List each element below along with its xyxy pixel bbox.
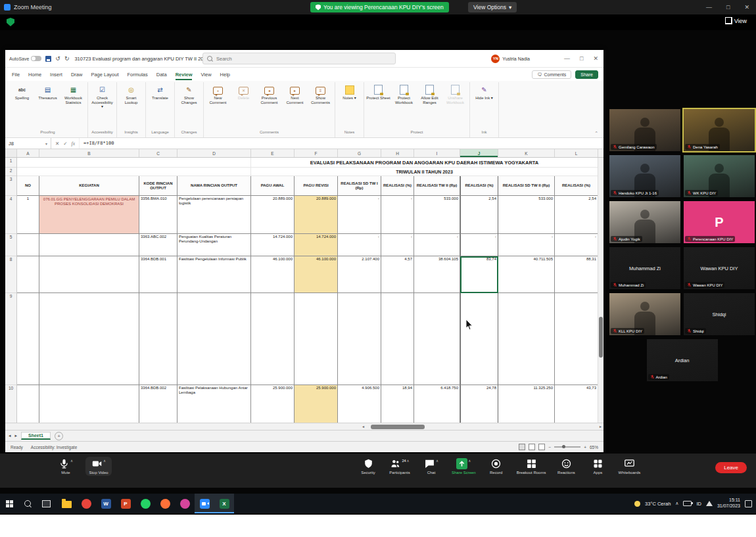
grid-cell[interactable]: 24,78 (460, 385, 498, 423)
chevron-up-icon[interactable]: ∧ (407, 459, 410, 463)
participant-tile[interactable]: ShidqiShidqi (684, 293, 755, 335)
taskbar-app-excel[interactable]: X (214, 494, 234, 513)
grid-cell[interactable]: - (381, 234, 414, 256)
participant-tile[interactable]: Dena Yasarah (684, 109, 755, 151)
row-header-1[interactable]: 1 (5, 158, 16, 168)
minimize-button[interactable]: — (706, 4, 712, 11)
grid-cell[interactable]: Fasilitasi Pelaksanaan Hubungan Antar Le… (177, 385, 251, 423)
reactions-button[interactable]: Reactions (553, 457, 579, 476)
table-header-cell[interactable]: REALISASI (%) (381, 176, 414, 196)
taskbar-app-instagram[interactable] (175, 494, 195, 513)
grid-cell[interactable] (17, 293, 39, 385)
grid-cell[interactable]: - (338, 234, 381, 256)
grid-cell[interactable] (39, 293, 139, 385)
grid-cell[interactable]: 533.000 (414, 196, 460, 234)
grid-cell[interactable]: - (381, 196, 414, 234)
chevron-up-icon[interactable]: ∧ (436, 459, 438, 463)
notes-button[interactable]: Notes ▾ (337, 85, 362, 101)
column-header-e[interactable]: E (251, 149, 295, 157)
taskbar-app-whatsapp[interactable] (135, 494, 155, 513)
row-header-10[interactable]: 10 (5, 385, 16, 423)
ribbon-tab-formulas[interactable]: Formulas (128, 72, 148, 78)
grid-cell[interactable]: 40.711.505 (498, 256, 555, 293)
share-button[interactable]: Share (575, 70, 598, 79)
undo-icon[interactable]: ↺ (55, 55, 60, 62)
taskbar-search-button[interactable] (18, 494, 37, 513)
grid-cell[interactable]: 11.325.250 (498, 385, 555, 423)
leave-button[interactable]: Leave (715, 462, 747, 473)
task-view-button[interactable] (37, 494, 55, 513)
grid-cell[interactable]: 2,54 (460, 196, 498, 234)
smart-lookup-button[interactable]: ◎Smart Lookup (119, 85, 143, 105)
close-button[interactable]: ✕ (744, 4, 749, 11)
grid-cell[interactable]: 20.889.000 (251, 196, 295, 234)
cancel-entry-icon[interactable]: ✕ (55, 141, 59, 147)
column-header-k[interactable]: K (498, 149, 555, 157)
grid-cell[interactable] (17, 168, 251, 176)
taskbar-app-chrome[interactable] (76, 494, 96, 513)
column-header-h[interactable]: H (381, 149, 414, 157)
row-header-3[interactable]: 3 (5, 176, 16, 196)
participant-tile[interactable]: ArdianArdian (647, 339, 718, 381)
excel-close-button[interactable]: ✕ (593, 55, 598, 62)
grid-cell[interactable]: - (498, 234, 555, 256)
zoom-level[interactable]: 65% (590, 445, 598, 450)
grid-cell[interactable]: 3364.BDB.002 (139, 385, 177, 423)
grid-cell[interactable] (17, 234, 39, 256)
grid-cell[interactable]: 46.100.000 (295, 256, 338, 293)
ribbon-tab-file[interactable]: File (12, 72, 20, 78)
grid-cell[interactable]: 6.418.750 (414, 385, 460, 423)
excel-minimize-button[interactable]: — (564, 55, 570, 62)
show-changes-button[interactable]: ✎Show Changes (177, 85, 201, 105)
participant-tile[interactable]: WK KPU DIY (684, 155, 755, 197)
participant-tile[interactable]: Handoko KPU Jt 1-16 (609, 155, 680, 197)
accessibility-status[interactable]: Accessibility: Investigate (31, 445, 77, 450)
battery-icon[interactable] (683, 501, 692, 506)
column-header-j[interactable]: J (460, 149, 498, 157)
taskbar-clock[interactable]: 15:11 31/07/2023 (717, 498, 740, 509)
select-all-corner[interactable] (5, 149, 17, 157)
chevron-up-icon[interactable]: ∧ (103, 459, 106, 463)
grid-cell[interactable]: 18,94 (381, 385, 414, 423)
table-header-cell[interactable]: PAGU AWAL (251, 176, 295, 196)
page-break-view-icon[interactable] (538, 444, 545, 450)
confirm-entry-icon[interactable]: ✓ (63, 141, 67, 147)
grid-cell[interactable]: 14.724.000 (295, 234, 338, 256)
column-header-d[interactable]: D (177, 149, 251, 157)
row-header-8[interactable]: 8 (5, 256, 16, 293)
table-header-cell[interactable]: REALISASI TW II (Rp) (414, 176, 460, 196)
record-button[interactable]: Record (483, 457, 509, 476)
normal-view-icon[interactable] (519, 444, 525, 450)
grid-cell[interactable]: - (338, 196, 381, 234)
sheet-title-cell[interactable]: TRIWULAN II TAHUN 2023 (251, 168, 598, 176)
add-sheet-button[interactable]: + (55, 432, 63, 440)
horizontal-scrollbar[interactable]: ◂ ▸ (5, 423, 603, 430)
vertical-scrollbar[interactable] (598, 158, 603, 423)
grid-cell[interactable]: 3364.BDB.001 (139, 256, 177, 293)
workbook-statistics-button[interactable]: ▦Workbook Statistics (61, 85, 85, 105)
autosave-toggle[interactable]: AutoSave (9, 56, 41, 61)
grid-cell[interactable] (251, 293, 295, 385)
participant-tile[interactable]: Wawan KPU DIYWawan KPU DIY (684, 247, 755, 289)
table-header-cell[interactable]: REALISASI SD TW I (Rp) (338, 176, 381, 196)
maximize-button[interactable]: □ (726, 4, 730, 11)
grid-cell[interactable]: 38.604.105 (414, 256, 460, 293)
whiteboards-button[interactable]: Whiteboards (616, 457, 642, 476)
grid-cell[interactable] (139, 293, 177, 385)
zoom-slider[interactable] (554, 446, 580, 448)
hidden-icons-chevron[interactable]: ∧ (675, 501, 678, 506)
protect-sheet-button[interactable]: Protect Sheet (366, 85, 390, 101)
grid-cell[interactable] (555, 293, 598, 385)
column-header-g[interactable]: G (338, 149, 381, 157)
stop-video-button[interactable]: ∧Stop Video (85, 457, 112, 476)
grid-cell[interactable]: 3356.BMA.010 (139, 196, 177, 234)
spelling-button[interactable]: abcSpelling (10, 85, 34, 101)
column-header-b[interactable]: B (39, 149, 139, 157)
row-header-2[interactable]: 2 (5, 168, 16, 176)
grid-cell[interactable] (39, 385, 139, 423)
ribbon-tab-data[interactable]: Data (156, 72, 167, 78)
excel-maximize-button[interactable]: □ (580, 55, 583, 62)
chevron-up-icon[interactable]: ∧ (70, 459, 73, 463)
grid-cell[interactable]: 25.900.000 (251, 385, 295, 423)
view-options-button[interactable]: View Options▾ (468, 2, 517, 12)
